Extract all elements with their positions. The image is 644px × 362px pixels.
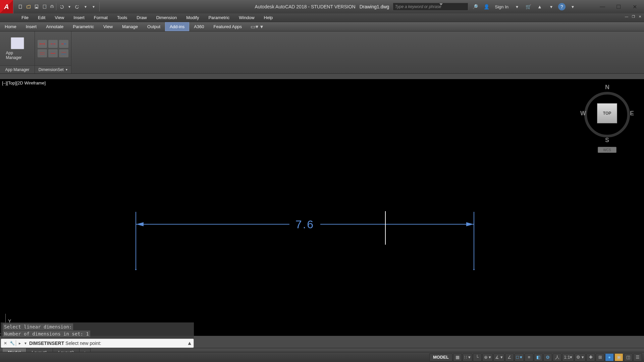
cmd-expand-icon[interactable]: ▲ (187, 340, 192, 346)
menu-help[interactable]: Help (259, 13, 278, 22)
status-quick-properties-icon[interactable]: ● (605, 353, 614, 361)
menubar: File Edit View Insert Format Tools Draw … (0, 13, 644, 22)
close-button[interactable]: ✕ (628, 2, 641, 12)
viewcube-south[interactable]: S (605, 137, 609, 144)
qat-save-icon[interactable] (33, 3, 40, 10)
cmd-chevron-icon[interactable]: ▾ (22, 340, 29, 346)
cmd-close-icon[interactable]: ✕ (2, 340, 8, 346)
dimset-btn-3[interactable] (59, 40, 68, 48)
help-icon[interactable]: ? (558, 3, 566, 10)
viewcube[interactable]: TOP N S W E WCS (580, 83, 634, 150)
viewcube-face-top[interactable]: TOP (597, 103, 617, 123)
qat-redo-icon[interactable] (74, 3, 81, 10)
titlebar: A ▾ ▾ ▾ Autodesk AutoCAD 2018 - STUDENT … (0, 0, 644, 13)
viewcube-east[interactable]: E (630, 110, 634, 117)
dim-text[interactable]: 7.6 (289, 218, 320, 231)
status-gear-icon[interactable]: ⚙ ▾ (575, 353, 586, 361)
qat-customize-dropdown[interactable]: ▾ (90, 3, 97, 10)
doc-minimize-icon[interactable]: — (624, 14, 629, 19)
status-polar-icon[interactable]: ⊕ ▾ (482, 353, 493, 361)
tab-a360[interactable]: A360 (189, 22, 209, 31)
status-anno-scale[interactable]: 1:1 ▾ (562, 353, 574, 361)
viewport-label[interactable]: [–][Top][2D Wireframe] (2, 80, 46, 85)
qat-saveas-icon[interactable] (41, 3, 48, 10)
qat-new-icon[interactable] (17, 3, 24, 10)
status-snap-icon[interactable]: ∷ ▾ (463, 353, 472, 361)
tab-featured-apps[interactable]: Featured Apps (209, 22, 247, 31)
menu-draw[interactable]: Draw (132, 13, 151, 22)
exchange-icon[interactable]: 🛒 (524, 3, 533, 11)
app-store-dropdown[interactable]: ▾ (547, 3, 555, 11)
menu-view[interactable]: View (50, 13, 69, 22)
linear-dimension[interactable]: 7.6 (136, 212, 474, 269)
tab-view[interactable]: View (99, 22, 117, 31)
help-search-input[interactable]: Type a keyword or phrase (393, 3, 468, 11)
dimset-btn-6[interactable] (59, 49, 68, 57)
menu-dimension[interactable]: Dimension (152, 13, 181, 22)
status-lineweight-icon[interactable]: ≡ (525, 353, 533, 361)
app-logo[interactable]: A (0, 0, 13, 13)
menu-edit[interactable]: Edit (33, 13, 50, 22)
status-ortho-icon[interactable]: └ (473, 353, 482, 361)
panel-expand-icon[interactable]: ▾ (66, 68, 67, 71)
status-isolate-icon[interactable]: ◫ (624, 353, 633, 361)
status-selection-cycling-icon[interactable]: ⯐ (543, 353, 552, 361)
dim-extension-right (474, 212, 474, 269)
status-grid-icon[interactable]: ▦ (453, 353, 462, 361)
dimset-btn-2[interactable] (48, 40, 58, 48)
status-clean-screen-icon[interactable]: ☰ (633, 353, 642, 361)
title-dropdown-icon[interactable] (439, 3, 443, 5)
viewcube-north[interactable]: N (605, 84, 609, 91)
qat-redo-dropdown[interactable]: ▾ (82, 3, 89, 10)
app-store-icon[interactable]: ▲ (535, 3, 544, 11)
menu-parametric[interactable]: Parametric (204, 13, 234, 22)
tab-options-dropdown[interactable]: ▾ (260, 23, 263, 30)
cmd-recent-icon[interactable]: ▸ (16, 340, 22, 346)
minimize-button[interactable]: — (596, 2, 609, 12)
doc-close-icon[interactable]: ✕ (637, 14, 643, 19)
qat-print-icon[interactable] (49, 3, 56, 10)
drawing-viewport[interactable]: [–][Top][2D Wireframe] 7.6 Y TOP N S W E… (0, 79, 644, 336)
dimset-btn-4[interactable] (38, 49, 47, 57)
qat-undo-dropdown[interactable]: ▾ (66, 3, 73, 10)
signin-button[interactable]: Sign In (494, 4, 510, 9)
status-units-icon[interactable]: ⊞ (596, 353, 604, 361)
menu-insert[interactable]: Insert (69, 13, 89, 22)
menu-tools[interactable]: Tools (112, 13, 132, 22)
menu-modify[interactable]: Modify (181, 13, 204, 22)
status-isodraft-icon[interactable]: ∡ ▾ (493, 353, 504, 361)
status-model-button[interactable]: MODEL (429, 353, 452, 361)
tab-addins[interactable]: Add-ins (165, 22, 189, 31)
app-manager-button[interactable]: App Manager (5, 35, 30, 62)
qat-undo-icon[interactable] (58, 3, 65, 10)
viewcube-west[interactable]: W (580, 110, 586, 117)
user-icon[interactable]: 👤 (482, 3, 491, 11)
viewcube-wcs[interactable]: WCS (598, 147, 616, 153)
tab-visibility-icon[interactable]: ▭▾ (251, 23, 258, 30)
status-transparency-icon[interactable]: ◧ (534, 353, 543, 361)
search-go-icon[interactable]: 🔎 (471, 3, 480, 11)
signin-dropdown[interactable]: ▾ (513, 3, 521, 11)
menu-window[interactable]: Window (234, 13, 259, 22)
doc-restore-icon[interactable]: ❐ (631, 14, 636, 19)
dimset-btn-1[interactable] (38, 40, 47, 48)
command-input[interactable]: ✕ 🔧 ▸ ▾ DIMSETINSERT Select new point: ▲ (1, 339, 194, 348)
tab-parametric[interactable]: Parametric (68, 22, 99, 31)
tab-manage[interactable]: Manage (117, 22, 143, 31)
status-annotation-icon[interactable]: 人 (553, 353, 561, 361)
dimset-btn-5[interactable]: x (48, 49, 58, 57)
cmd-customize-icon[interactable]: 🔧 (9, 340, 15, 346)
tab-annotate[interactable]: Annotate (41, 22, 68, 31)
help-dropdown[interactable]: ▾ (568, 3, 577, 11)
menu-file[interactable]: File (17, 13, 33, 22)
status-workspace-icon[interactable]: ✚ (586, 353, 595, 361)
status-otrack-icon[interactable]: ∠ (505, 353, 514, 361)
status-osnap-icon[interactable]: □ ▾ (515, 353, 524, 361)
maximize-button[interactable]: ☐ (612, 2, 625, 12)
tab-insert[interactable]: Insert (21, 22, 42, 31)
tab-home[interactable]: Home (0, 22, 21, 31)
status-hardware-accel-icon[interactable]: ▣ (614, 353, 623, 361)
tab-output[interactable]: Output (143, 22, 165, 31)
qat-open-icon[interactable] (25, 3, 32, 10)
menu-format[interactable]: Format (89, 13, 112, 22)
